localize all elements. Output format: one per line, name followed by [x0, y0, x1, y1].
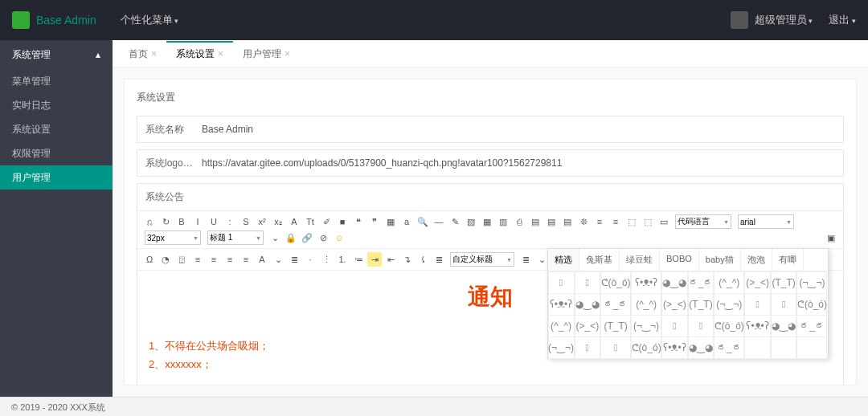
emoji-button[interactable]: ☺	[332, 230, 346, 245]
emoji-cell-2-0[interactable]: (^_^)	[548, 315, 575, 337]
emoji-cell-1-4[interactable]: (>_<)	[661, 293, 688, 316]
tb1-btn-19[interactable]: ✎	[448, 214, 462, 229]
tb1-btn-30[interactable]: ⬚	[624, 214, 639, 229]
emoji-cell-2-7[interactable]: ʕ•ᴥ•ʔ	[744, 315, 771, 337]
emoji-cell-1-5[interactable]: (T_T)	[688, 293, 714, 316]
emoji-cell-2-4[interactable]: 𖧑	[661, 315, 688, 337]
emoji-cell-1-0[interactable]: ʕ•ᴥ•ʔ	[548, 293, 575, 316]
emoji-tab-3[interactable]: BOBO	[660, 249, 699, 271]
tab-1[interactable]: 系统设置×	[166, 41, 233, 67]
emoji-cell-2-1[interactable]: (>_<)	[575, 315, 601, 337]
tb1-btn-14[interactable]: ❞	[367, 214, 382, 229]
tb1-btn-16[interactable]: a	[399, 214, 414, 229]
emoji-cell-1-7[interactable]: 𖧑	[744, 293, 771, 316]
tb1-btn-31[interactable]: ⬚	[641, 214, 655, 229]
tb1-trail-0[interactable]: ⌄	[268, 230, 282, 245]
tb2-btn-15[interactable]: ⇤	[383, 252, 398, 267]
tb1-btn-28[interactable]: ≡	[592, 214, 607, 229]
tb1-btn-26[interactable]: ▤	[560, 214, 575, 229]
tab-close-1[interactable]: ×	[218, 48, 223, 59]
emoji-cell-3-2[interactable]: 𖨆	[600, 336, 631, 359]
emoji-tab-0[interactable]: 精选	[548, 249, 579, 271]
tb1-btn-0[interactable]: ⎌	[142, 214, 157, 229]
tb2-btn-18[interactable]: ≣	[432, 252, 446, 267]
tb1-btn-29[interactable]: ≡	[608, 214, 623, 229]
tb1-trail-3[interactable]: ⊘	[316, 230, 330, 245]
user-avatar[interactable]	[731, 11, 748, 29]
emoji-cell-2-8[interactable]: ◕‿◕	[771, 315, 797, 337]
tb1-trail-2[interactable]: 🔗	[300, 230, 314, 245]
tb2-btn-7[interactable]: A	[255, 252, 269, 267]
sidebar-item-2[interactable]: 系统设置	[0, 117, 113, 141]
tb2-btn-16[interactable]: ↴	[399, 252, 414, 267]
tb1-btn-12[interactable]: ■	[335, 214, 350, 229]
sidebar-group-system[interactable]: 系统管理	[0, 40, 113, 69]
tb1-btn-4[interactable]: U	[207, 214, 221, 229]
tab-close-0[interactable]: ×	[151, 48, 157, 59]
tb1-btn-22[interactable]: ▥	[496, 214, 510, 229]
tb1-btn-25[interactable]: ▤	[544, 214, 559, 229]
emoji-cell-0-0[interactable]: 𖧑	[548, 271, 575, 294]
tb1-btn-3[interactable]: I	[190, 214, 205, 229]
tb2-btn-9[interactable]: ≣	[287, 252, 301, 267]
emoji-cell-1-6[interactable]: (¬‿¬)	[714, 293, 744, 316]
sidebar-item-1[interactable]: 实时日志	[0, 93, 113, 117]
tab-0[interactable]: 首页×	[119, 41, 166, 67]
tb1-btn-21[interactable]: ▦	[480, 214, 494, 229]
emoji-cell-3-6[interactable]: ಠ_ಠ	[714, 336, 744, 359]
tb1-btn-5[interactable]: :	[223, 214, 237, 229]
emoji-cell-1-2[interactable]: ಠ_ಠ	[600, 293, 631, 316]
tb2-btn-19[interactable]: ≣	[518, 252, 533, 267]
tb1-btn-10[interactable]: Tt	[303, 214, 317, 229]
emoji-cell-0-3[interactable]: ʕ•ᴥ•ʔ	[631, 271, 661, 294]
tb1-btn-24[interactable]: ▤	[528, 214, 542, 229]
emoji-tab-4[interactable]: baby猫	[699, 249, 741, 271]
tb1-btn-17[interactable]: 🔍	[416, 214, 430, 229]
tb2-btn-6[interactable]: ≡	[239, 252, 253, 267]
emoji-cell-2-6[interactable]: ᕦ(ò_ó)	[714, 315, 744, 337]
select-heading[interactable]: 标题 1	[207, 230, 264, 245]
emoji-cell-3-5[interactable]: ◕‿◕	[688, 336, 714, 359]
select-font_size[interactable]: 32px	[145, 230, 201, 245]
tb2-btn-0[interactable]: Ω	[142, 252, 157, 267]
emoji-cell-1-3[interactable]: (^_^)	[631, 293, 661, 316]
emoji-tab-1[interactable]: 兔斯基	[579, 249, 620, 271]
emoji-cell-2-5[interactable]: 𖨆	[688, 315, 714, 337]
emoji-cell-2-2[interactable]: (T_T)	[600, 315, 631, 337]
tb1-btn-7[interactable]: x²	[255, 214, 269, 229]
tb1-btn-6[interactable]: S	[239, 214, 253, 229]
emoji-tab-6[interactable]: 有唧	[772, 249, 804, 271]
emoji-cell-2-3[interactable]: (¬‿¬)	[631, 315, 661, 337]
tb2-btn-8[interactable]: ⌄	[271, 252, 285, 267]
emoji-cell-0-7[interactable]: (>_<)	[744, 271, 771, 294]
tb1-btn-20[interactable]: ▧	[464, 214, 478, 229]
emoji-cell-0-4[interactable]: ◕‿◕	[661, 271, 688, 294]
emoji-cell-1-8[interactable]: 𖨆	[771, 293, 797, 316]
tb1-btn-23[interactable]: ⎙	[512, 214, 526, 229]
emoji-cell-0-6[interactable]: (^_^)	[714, 271, 744, 294]
logout-link[interactable]: 退出	[829, 13, 856, 27]
tb2-btn-13[interactable]: ≔	[351, 252, 366, 267]
tb2-btn-14[interactable]: ⇥	[367, 252, 382, 267]
tb2-btn-17[interactable]: ⤹	[416, 252, 430, 267]
tb1-btn-32[interactable]: ▭	[657, 214, 671, 229]
emoji-cell-3-4[interactable]: ʕ•ᴥ•ʔ	[661, 336, 688, 359]
editor-body[interactable]: 通知 1、不得在公共场合吸烟； 2、xxxxxxx； 精选兔斯基绿豆蛙BOBOb…	[137, 271, 843, 385]
emoji-cell-0-9[interactable]: (¬‿¬)	[796, 271, 827, 294]
tb2-btn-4[interactable]: ≡	[207, 252, 221, 267]
input-system-name[interactable]	[202, 124, 835, 135]
sidebar-item-4[interactable]: 用户管理	[0, 165, 113, 190]
emoji-tab-2[interactable]: 绿豆蛙	[620, 249, 660, 271]
emoji-cell-3-8[interactable]	[771, 336, 797, 359]
tb2-btn-3[interactable]: ≡	[190, 252, 205, 267]
emoji-cell-1-9[interactable]: ᕦ(ò_ó)	[796, 293, 827, 316]
personalize-menu[interactable]: 个性化菜单	[121, 13, 179, 27]
fullscreen-icon[interactable]: ▣	[824, 230, 838, 245]
tb1-trail-1[interactable]: 🔒	[284, 230, 298, 245]
tb1-btn-9[interactable]: A	[287, 214, 301, 229]
tb1-btn-2[interactable]: B	[174, 214, 189, 229]
emoji-cell-3-9[interactable]	[796, 336, 827, 359]
tb1-btn-27[interactable]: ❊	[576, 214, 591, 229]
emoji-cell-0-1[interactable]: 𖨆	[575, 271, 601, 294]
tb1-btn-8[interactable]: x₂	[271, 214, 285, 229]
